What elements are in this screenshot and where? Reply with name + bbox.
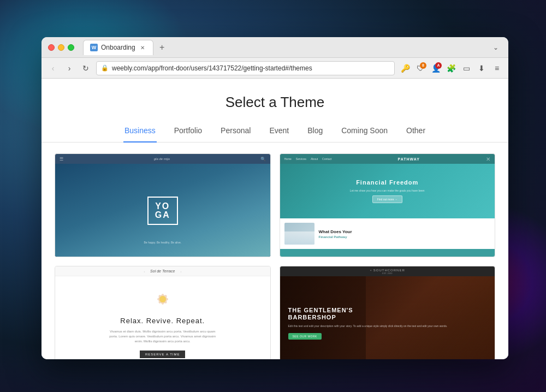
yoga-header: ☰ gla de mija 🔍 — [55, 154, 270, 164]
barber-hero-subtitle: Edit this text and edit your description… — [288, 324, 448, 329]
sol-header: ‹ Sol de Terrace › — [55, 266, 270, 276]
barber-logo-tagline: EST. 2020 — [382, 272, 392, 275]
pathway-section-subtitle: Financial Pathway — [319, 235, 491, 239]
extensions-badge-2[interactable]: 👤 A — [430, 62, 442, 74]
forward-button[interactable]: › — [63, 62, 75, 74]
theme-tabs: Business Portfolio Personal Event Blog C… — [41, 122, 508, 142]
address-bar[interactable]: 🔒 weebly.com/app/front-door/users/143717… — [96, 61, 395, 75]
tab-other[interactable]: Other — [405, 122, 426, 142]
sol-cta-button[interactable]: RESERVE A TIME — [140, 351, 185, 358]
tab-title: Onboarding — [101, 44, 135, 51]
menu-icon[interactable]: ≡ — [491, 62, 503, 74]
theme-card-pathway[interactable]: Home Services About Contact PATHWAY ✕ Fi… — [280, 153, 496, 257]
themes-grid: ☰ gla de mija 🔍 YO GA Be happy. Be healt… — [41, 142, 508, 359]
theme-card-barbershop[interactable]: ✦ SOUTHCORNER EST. 2020 THE GENTLEMEN'S … — [280, 266, 496, 359]
key-icon[interactable]: 🔑 — [399, 62, 411, 74]
pathway-nav-about: About — [311, 157, 318, 161]
minimize-button[interactable] — [58, 44, 64, 51]
barber-hero-title: THE GENTLEMEN'S BARBERSHOP — [288, 307, 353, 321]
badge-count-1: 8 — [420, 62, 426, 69]
yoga-text-box: YO GA — [147, 197, 178, 225]
tab-area: W Onboarding ✕ + — [83, 40, 169, 55]
sidebar-icon[interactable]: ▭ — [460, 62, 472, 74]
traffic-lights — [48, 44, 74, 51]
new-tab-button[interactable]: + — [156, 41, 169, 54]
browser-window: W Onboarding ✕ + ⌄ ‹ › ↻ 🔒 weebly.com/ap… — [41, 37, 508, 359]
pathway-section: What Does Your Financial Pathway — [280, 218, 495, 249]
barber-header: ✦ SOUTHCORNER EST. 2020 — [280, 266, 495, 276]
back-button[interactable]: ‹ — [47, 62, 59, 74]
theme-card-yoga[interactable]: ☰ gla de mija 🔍 YO GA Be happy. Be healt… — [55, 153, 271, 257]
tab-portfolio[interactable]: Portfolio — [173, 122, 203, 142]
sol-hero-text: Vivamus et diam duis. Mollis dignissim a… — [108, 329, 217, 344]
page-content: Select a Theme Business Portfolio Person… — [41, 79, 508, 359]
pathway-section-title: What Does Your — [319, 229, 491, 234]
sol-header-arrow-right: › — [180, 270, 181, 273]
sol-header-arrow-left: ‹ — [144, 270, 145, 273]
pathway-hero-btn: Find out more → — [372, 195, 402, 203]
tab-favicon: W — [90, 44, 98, 51]
pathway-hero: Financial Freedom Let me show you how yo… — [280, 164, 495, 218]
close-button[interactable] — [48, 44, 55, 51]
pathway-hero-title: Financial Freedom — [356, 179, 418, 186]
theme-card-sol[interactable]: ‹ Sol de Terrace › Relax. Revive. Repeat… — [55, 266, 271, 359]
maximize-button[interactable] — [68, 44, 74, 51]
page-title: Select a Theme — [41, 94, 508, 111]
sol-hero-title: Relax. Revive. Repeat. — [120, 317, 205, 325]
yoga-subtitle: Be happy. Be healthy. Be alive. — [144, 241, 181, 244]
url-text: weebly.com/app/front-door/users/14371752… — [112, 64, 390, 72]
barber-hero: THE GENTLEMEN'S BARBERSHOP Edit this tex… — [280, 276, 495, 359]
tab-coming-soon[interactable]: Coming Soon — [340, 122, 389, 142]
pathway-header-title: PATHWAY — [336, 157, 482, 161]
pathway-thumbnail — [284, 223, 314, 245]
browser-tab[interactable]: W Onboarding ✕ — [83, 40, 153, 55]
pathway-header: Home Services About Contact PATHWAY ✕ — [280, 154, 495, 164]
pathway-nav-home: Home — [284, 157, 292, 161]
refresh-button[interactable]: ↻ — [80, 62, 92, 74]
title-bar: W Onboarding ✕ + ⌄ — [41, 37, 508, 58]
yoga-header-title: gla de mija — [67, 157, 257, 161]
downloads-icon[interactable]: ⬇ — [476, 62, 488, 74]
pathway-nav-contact: Contact — [322, 157, 331, 161]
browser-menu-button[interactable]: ⌄ — [490, 41, 502, 54]
pathway-hero-subtitle: Let me show you how you can make the goa… — [350, 189, 425, 192]
tab-event[interactable]: Event — [268, 122, 290, 142]
barber-cta-button[interactable]: SEE OUR WORK — [288, 333, 322, 340]
browser-toolbar: ‹ › ↻ 🔒 weebly.com/app/front-door/users/… — [41, 58, 508, 79]
toolbar-actions: 🔑 🛡 8 👤 A 🧩 ▭ ⬇ ≡ — [399, 62, 503, 74]
sol-header-title: Sol de Terrace — [150, 269, 175, 273]
tab-close-button[interactable]: ✕ — [139, 44, 146, 51]
tab-business[interactable]: Business — [123, 122, 157, 142]
yoga-hero: YO GA Be happy. Be healthy. Be alive. — [55, 164, 270, 257]
sol-hero: Relax. Revive. Repeat. Vivamus et diam d… — [55, 276, 270, 359]
pathway-nav-services: Services — [296, 157, 306, 161]
pathway-text-content: What Does Your Financial Pathway — [319, 229, 491, 239]
barber-logo: ✦ SOUTHCORNER EST. 2020 — [370, 269, 405, 275]
extensions-badge-1[interactable]: 🛡 8 — [414, 62, 426, 74]
badge-count-2: A — [435, 62, 442, 69]
yoga-text-ga: GA — [155, 211, 170, 219]
tab-personal[interactable]: Personal — [219, 122, 252, 142]
tab-blog[interactable]: Blog — [306, 122, 324, 142]
puzzle-icon[interactable]: 🧩 — [445, 62, 457, 74]
lock-icon: 🔒 — [101, 64, 109, 72]
page-header: Select a Theme Business Portfolio Person… — [41, 79, 508, 142]
sol-flower — [152, 288, 174, 310]
yoga-text-yo: YO — [155, 202, 170, 211]
